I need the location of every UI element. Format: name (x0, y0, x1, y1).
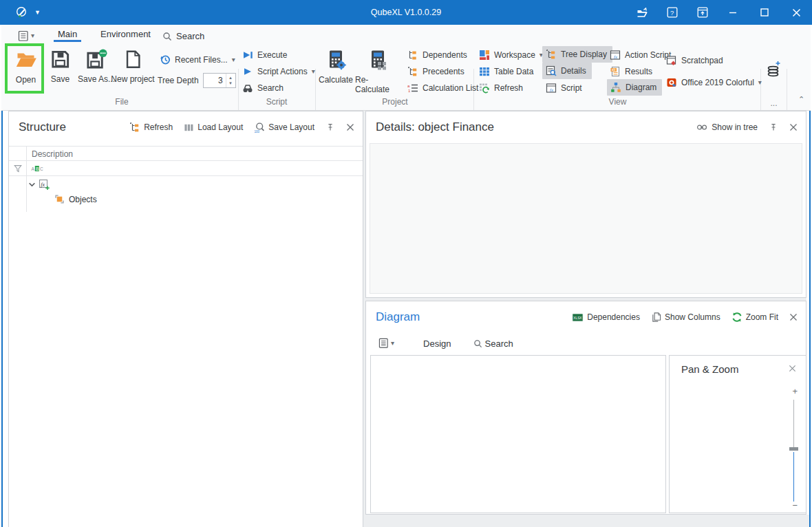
recent-files-button[interactable]: Recent Files... ▾ (160, 52, 235, 67)
group-label-project: Project (317, 97, 473, 107)
close-button[interactable] (784, 0, 808, 25)
data-stack-button[interactable] (767, 61, 782, 78)
filter-abc-icon[interactable]: A B C (31, 163, 43, 174)
save-icon (50, 49, 71, 70)
svg-text:C: C (40, 166, 43, 171)
tree-display-toggle[interactable]: Tree Display (542, 46, 612, 63)
zoom-slider-thumb[interactable] (789, 447, 798, 451)
zoom-fit-button[interactable]: Zoom Fit (731, 312, 778, 323)
filter-funnel-icon (13, 164, 23, 173)
objects-node-label: Objects (69, 195, 97, 204)
columns-icon (184, 122, 194, 133)
svg-text:B: B (36, 166, 39, 171)
filter-row-icon[interactable] (13, 164, 23, 173)
collapse-ribbon-icon[interactable]: ⌃ (798, 95, 804, 104)
results-button[interactable]: ab Results (610, 64, 652, 79)
recent-history-icon (160, 54, 171, 65)
diagram-menu-button[interactable]: ▾ (378, 338, 394, 349)
svg-text:fx: fx (41, 182, 45, 188)
save-layout-button[interactable]: 100 Save Layout (254, 122, 314, 133)
view-refresh-button[interactable]: Refresh (479, 80, 523, 96)
structure-title: Structure (19, 120, 66, 134)
calculation-list-button[interactable]: a 1 Calculation List (407, 80, 478, 96)
maximize-button[interactable] (753, 0, 776, 25)
precedents-button[interactable]: Precedents (407, 64, 464, 79)
group-label-overflow: ... (761, 98, 787, 108)
script-window-icon: fx (546, 83, 557, 94)
table-grid-icon (479, 66, 490, 77)
app-window: QubeXL V1.0.0.29 ▼ ? (0, 0, 812, 527)
calculate-icon (325, 49, 347, 71)
dependents-button[interactable]: Dependents (407, 47, 467, 63)
save-button[interactable]: Save (45, 45, 75, 93)
tree-row-root[interactable]: fx (28, 178, 50, 192)
structure-pin-icon[interactable] (325, 122, 335, 132)
execute-button[interactable]: Execute (242, 47, 287, 63)
table-data-button[interactable]: Table Data (479, 64, 533, 79)
action-script-button[interactable]: fx Action Script (610, 47, 671, 63)
new-project-button[interactable]: New project (110, 45, 156, 93)
ribbon-menu-button[interactable]: ▾ (18, 28, 34, 44)
xlsx-icon: XLSX (572, 313, 584, 322)
titlebar-help-icon[interactable]: ? (661, 0, 684, 25)
zoom-slider-track-lower[interactable] (793, 452, 794, 502)
details-toggle[interactable]: Details (542, 63, 592, 79)
office-logo-icon (666, 77, 677, 88)
calculate-button[interactable]: Calculate (318, 45, 354, 93)
titlebar-pin-window-icon[interactable] (691, 0, 714, 25)
pan-zoom-close-icon[interactable] (789, 365, 796, 372)
diagram-title: Diagram (376, 310, 420, 324)
svg-text:ab: ab (612, 68, 616, 72)
recalculate-button[interactable]: Re-Calculate (355, 45, 400, 93)
diagram-tab-search[interactable]: Search (469, 337, 517, 350)
details-title: Details: object Finance (376, 120, 494, 134)
tree-depth-spinner[interactable]: 3 ▲▼ (203, 73, 236, 88)
diagram-toggle[interactable]: Diagram (607, 79, 662, 96)
titlebar-open-icon[interactable] (630, 0, 654, 25)
svg-text:1: 1 (408, 89, 411, 93)
precedents-tree-icon (407, 66, 418, 77)
details-header: Details: object Finance Show in tree (366, 111, 806, 143)
workspace-button[interactable]: Workspace ▾ (479, 47, 543, 63)
group-label-view: View (475, 97, 760, 107)
minimize-button[interactable] (721, 0, 745, 25)
tree-depth-field: Tree Depth 3 ▲▼ (158, 72, 236, 89)
binoculars-icon (242, 83, 253, 94)
script-search-button[interactable]: Search (242, 80, 284, 96)
fx-add-icon: fx (39, 179, 50, 191)
tab-main[interactable]: Main (54, 28, 81, 42)
action-script-icon: fx (610, 50, 621, 61)
column-header-description[interactable]: Description (32, 149, 73, 159)
objects-icon (54, 194, 65, 204)
diagram-close-icon[interactable] (789, 313, 798, 321)
execute-icon (242, 50, 253, 61)
link-icon (696, 123, 708, 131)
script-actions-button[interactable]: Script Actions ▾ (242, 64, 315, 79)
structure-close-icon[interactable] (346, 123, 354, 131)
tab-environment[interactable]: Environment (96, 28, 155, 40)
calculation-list-icon: a 1 (407, 83, 418, 94)
theme-selector[interactable]: Office 2019 Colorful ▾ (666, 75, 762, 90)
show-in-tree-button[interactable]: Show in tree (696, 122, 758, 132)
load-layout-button[interactable]: Load Layout (184, 122, 243, 133)
dependencies-button[interactable]: XLSX Dependencies (572, 312, 640, 322)
zoom-slider-track-upper[interactable] (793, 400, 794, 449)
zoom-out-button[interactable]: − (792, 500, 798, 510)
scratchpad-icon (666, 55, 677, 66)
details-pin-icon[interactable] (769, 122, 778, 132)
spinner-arrows-icon: ▲▼ (226, 74, 235, 87)
view-script-button[interactable]: fx Script (546, 80, 582, 96)
zoom-in-button[interactable]: + (792, 386, 798, 396)
tab-search[interactable]: Search (162, 29, 209, 43)
tree-row-objects[interactable]: Objects (54, 192, 97, 206)
pages-icon (651, 312, 661, 323)
diagram-tab-design[interactable]: Design (419, 337, 455, 350)
save-as-icon (85, 49, 108, 70)
show-columns-button[interactable]: Show Columns (651, 312, 720, 323)
svg-text:100: 100 (255, 130, 260, 133)
refresh-grid-icon (479, 83, 490, 94)
diagram-canvas[interactable] (370, 355, 666, 513)
details-close-icon[interactable] (789, 123, 798, 131)
structure-refresh-button[interactable]: Refresh (129, 122, 173, 133)
scratchpad-button[interactable]: Scratchpad (666, 53, 723, 68)
